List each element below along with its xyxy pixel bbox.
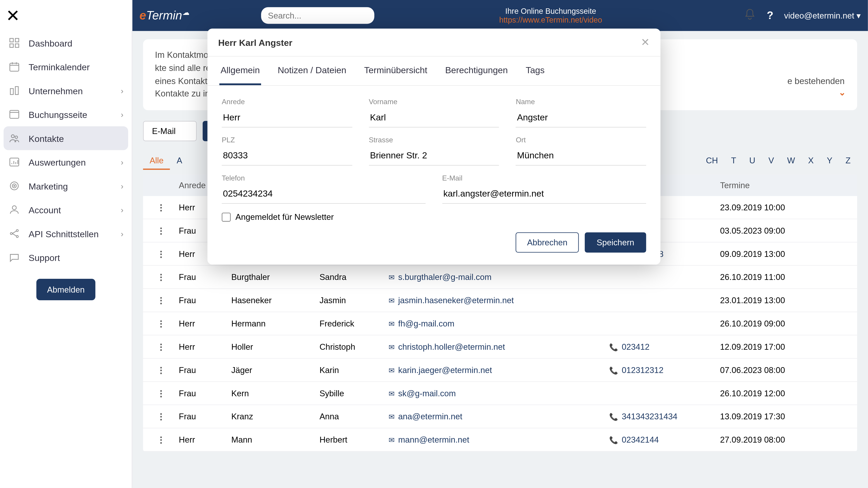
alpha-letter[interactable]: Y [820, 152, 839, 170]
input-strasse[interactable] [369, 147, 499, 166]
save-button[interactable]: Speichern [585, 232, 646, 253]
alpha-letter[interactable]: W [780, 152, 802, 170]
table-row[interactable]: ⋮ Frau Jäger Karin ✉karin.jaeger@etermin… [143, 359, 857, 382]
input-telefon[interactable] [222, 185, 426, 203]
input-anrede[interactable] [222, 108, 352, 127]
alpha-letter[interactable]: V [762, 152, 781, 170]
input-email[interactable] [442, 185, 646, 203]
svg-rect-3 [16, 44, 19, 47]
cell-anrede: Frau [179, 412, 231, 421]
cell-email[interactable]: ✉fh@g-mail.com [389, 319, 609, 328]
alpha-letter[interactable]: U [743, 152, 762, 170]
input-vorname[interactable] [369, 108, 499, 127]
logout-button[interactable]: Abmelden [36, 279, 95, 300]
tab-berechtigungen[interactable]: Berechtigungen [444, 57, 509, 86]
bell-icon[interactable] [744, 8, 756, 23]
sidebar-item-api[interactable]: API Schnittstellen› [0, 222, 132, 246]
envelope-icon: ✉ [389, 366, 395, 375]
logo: eTermin☁ [140, 8, 189, 22]
sidebar-item-contacts[interactable]: Kontakte [4, 126, 128, 150]
company-icon [7, 84, 22, 98]
help-icon[interactable]: ? [767, 9, 773, 22]
row-menu-icon[interactable]: ⋮ [143, 203, 179, 212]
close-icon[interactable]: ✕ [641, 36, 650, 49]
sidebar-item-dashboard[interactable]: Dashboard [0, 31, 132, 55]
cell-email[interactable]: ✉mann@etermin.net [389, 435, 609, 445]
search-input[interactable] [261, 7, 374, 24]
row-menu-icon[interactable]: ⋮ [143, 435, 179, 445]
envelope-icon: ✉ [389, 436, 395, 445]
sidebar-item-label: Support [29, 252, 60, 263]
row-menu-icon[interactable]: ⋮ [143, 226, 179, 235]
user-menu[interactable]: video@etermin.net ▾ [784, 11, 861, 20]
row-menu-icon[interactable]: ⋮ [143, 319, 179, 328]
expand-icon[interactable]: ⌄ [839, 87, 846, 99]
envelope-icon: ✉ [389, 297, 395, 305]
row-menu-icon[interactable]: ⋮ [143, 388, 179, 398]
phone-icon: 📞 [609, 366, 618, 375]
table-row[interactable]: ⋮ Frau Burgthaler Sandra ✉s.burgthaler@g… [143, 266, 857, 289]
cell-email[interactable]: ✉christoph.holler@etermin.net [389, 342, 609, 352]
cell-termin: 13.09.2019 17:30 [720, 412, 857, 421]
header-booking: Ihre Online Buchungsseite https://www.eT… [499, 6, 602, 24]
cell-email[interactable]: ✉sk@g-mail.com [389, 388, 609, 398]
table-row[interactable]: ⋮ Frau Haseneker Jasmin ✉jasmin.haseneke… [143, 289, 857, 312]
input-plz[interactable] [222, 147, 352, 166]
sidebar-item-label: Unternehmen [29, 86, 83, 96]
row-menu-icon[interactable]: ⋮ [143, 295, 179, 305]
tab-notizen[interactable]: Notizen / Dateien [276, 57, 347, 86]
sidebar-item-reports[interactable]: Auswertungen› [0, 150, 132, 174]
booking-link[interactable]: https://www.eTermin.net/video [499, 15, 602, 25]
close-icon[interactable]: ✕ [6, 6, 20, 26]
alpha-letter[interactable]: X [802, 152, 820, 170]
cell-tel[interactable]: 📞023412 [609, 342, 720, 352]
alpha-letter[interactable]: T [724, 152, 743, 170]
modal-title: Herr Karl Angster [218, 37, 292, 47]
alpha-letter[interactable]: CH [700, 152, 724, 170]
phone-icon: 📞 [609, 436, 618, 445]
cell-email[interactable]: ✉ana@etermin.net [389, 412, 609, 421]
cell-vorname: Sandra [319, 272, 389, 282]
row-menu-icon[interactable]: ⋮ [143, 365, 179, 375]
table-row[interactable]: ⋮ Herr Holler Christoph ✉christoph.holle… [143, 335, 857, 359]
search-box [261, 7, 374, 24]
cell-email[interactable]: ✉s.burgthaler@g-mail.com [389, 272, 609, 282]
cell-email[interactable]: ✉karin.jaeger@etermin.net [389, 365, 609, 375]
row-menu-icon[interactable]: ⋮ [143, 249, 179, 258]
sidebar-item-marketing[interactable]: Marketing› [0, 174, 132, 198]
table-row[interactable]: ⋮ Herr Mann Herbert ✉mann@etermin.net 📞0… [143, 428, 857, 452]
sidebar-item-calendar[interactable]: Terminkalender [0, 55, 132, 78]
reports-icon [7, 155, 22, 169]
row-menu-icon[interactable]: ⋮ [143, 412, 179, 421]
alpha-letter[interactable]: Z [839, 152, 857, 170]
cell-tel[interactable]: 📞02342144 [609, 435, 720, 445]
alpha-all[interactable]: Alle [143, 152, 170, 170]
sidebar-item-account[interactable]: Account› [0, 198, 132, 221]
col-termine-header[interactable]: Termine [720, 181, 857, 190]
label-plz: PLZ [222, 136, 352, 144]
contact-modal: Herr Karl Angster ✕ Allgemein Notizen / … [208, 29, 660, 265]
search-by-select[interactable]: E-Mail [143, 121, 197, 141]
sidebar-item-label: Buchungsseite [29, 109, 87, 120]
input-name[interactable] [516, 108, 646, 127]
row-menu-icon[interactable]: ⋮ [143, 342, 179, 352]
cell-tel[interactable]: 📞341343231434 [609, 412, 720, 421]
alpha-letter[interactable]: A [170, 152, 189, 170]
sidebar-item-support[interactable]: Support [0, 246, 132, 269]
cell-email[interactable]: ✉jasmin.haseneker@etermin.net [389, 295, 609, 305]
tab-termine[interactable]: Terminübersicht [363, 57, 429, 86]
cancel-button[interactable]: Abbrechen [516, 232, 579, 253]
cell-tel[interactable]: 📞012312312 [609, 365, 720, 375]
table-row[interactable]: ⋮ Frau Kern Sybille ✉sk@g-mail.com 26.10… [143, 382, 857, 405]
tab-allgemein[interactable]: Allgemein [219, 57, 261, 86]
sidebar-item-company[interactable]: Unternehmen› [0, 78, 132, 102]
envelope-icon: ✉ [389, 390, 395, 398]
phone-icon: 📞 [609, 413, 618, 421]
row-menu-icon[interactable]: ⋮ [143, 272, 179, 282]
tab-tags[interactable]: Tags [524, 57, 546, 86]
checkbox-newsletter[interactable] [222, 213, 231, 221]
table-row[interactable]: ⋮ Frau Kranz Anna ✉ana@etermin.net 📞3413… [143, 405, 857, 428]
sidebar-item-booking[interactable]: Buchungsseite› [0, 103, 132, 126]
input-ort[interactable] [516, 147, 646, 166]
table-row[interactable]: ⋮ Herr Hermann Frederick ✉fh@g-mail.com … [143, 312, 857, 335]
